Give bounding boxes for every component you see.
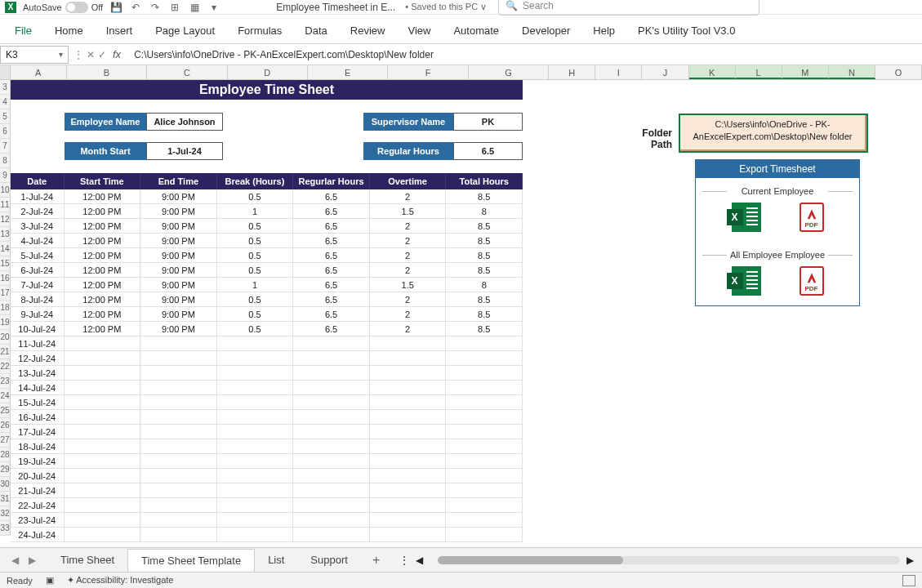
table-cell[interactable]: 1-Jul-24 [11, 189, 65, 204]
column-header-J[interactable]: J [642, 65, 688, 79]
ribbon-tab-review[interactable]: Review [339, 18, 397, 43]
table-cell[interactable]: 0.5 [217, 292, 294, 307]
table-body[interactable]: 1-Jul-2412:00 PM9:00 PM0.56.528.52-Jul-2… [11, 189, 523, 542]
tab-next-icon[interactable]: ▶ [29, 555, 36, 566]
table-cell[interactable]: 6.5 [293, 248, 370, 263]
table-cell[interactable]: 8.5 [446, 263, 523, 278]
table-cell[interactable]: 23-Jul-24 [11, 513, 65, 528]
table-cell[interactable]: 2 [370, 263, 447, 278]
table-row[interactable]: 24-Jul-24 [11, 528, 523, 542]
column-header-O[interactable]: O [875, 65, 922, 79]
table-cell[interactable] [293, 469, 370, 483]
table-cell[interactable]: 11-Jul-24 [11, 336, 65, 351]
table-cell[interactable] [217, 498, 294, 513]
table-cell[interactable]: 6-Jul-24 [11, 263, 65, 278]
table-cell[interactable] [217, 425, 294, 439]
table-cell[interactable] [446, 469, 523, 483]
table-cell[interactable]: 12:00 PM [65, 292, 141, 307]
tab-prev-icon[interactable]: ◀ [11, 555, 19, 566]
table-row[interactable]: 6-Jul-2412:00 PM9:00 PM0.56.528.5 [11, 263, 523, 278]
add-sheet-button[interactable]: + [361, 553, 391, 568]
table-cell[interactable] [446, 381, 523, 395]
row-header-15[interactable]: 15 [0, 256, 11, 271]
table-cell[interactable] [446, 439, 523, 454]
table-row[interactable]: 2-Jul-2412:00 PM9:00 PM16.51.58 [11, 204, 523, 219]
horizontal-scrollbar[interactable] [438, 556, 900, 564]
table-cell[interactable] [65, 513, 141, 528]
table-cell[interactable]: 9:00 PM [140, 263, 217, 278]
sheet-tab-time-sheet[interactable]: Time Sheet [47, 549, 127, 572]
reg-value[interactable]: 6.5 [453, 142, 523, 160]
table-row[interactable]: 19-Jul-24 [11, 454, 523, 469]
table-cell[interactable]: 0.5 [217, 189, 294, 204]
row-header-14[interactable]: 14 [0, 242, 11, 256]
row-header-6[interactable]: 6 [0, 124, 11, 139]
table-cell[interactable] [370, 483, 447, 498]
table-cell[interactable] [217, 366, 294, 381]
table-cell[interactable] [293, 513, 370, 528]
table-cell[interactable] [140, 528, 217, 542]
table-cell[interactable] [65, 425, 141, 439]
table-cell[interactable]: 8-Jul-24 [11, 292, 65, 307]
table-cell[interactable] [65, 498, 141, 513]
table-row[interactable]: 16-Jul-24 [11, 410, 523, 425]
table-cell[interactable] [446, 498, 523, 513]
table-cell[interactable]: 2 [370, 307, 447, 322]
table-cell[interactable] [65, 483, 141, 498]
table-cell[interactable]: 9:00 PM [140, 322, 217, 336]
table-cell[interactable]: 6.5 [293, 189, 370, 204]
customize-qat-icon[interactable]: ▾ [207, 1, 220, 14]
table-cell[interactable] [217, 528, 294, 542]
table-row[interactable]: 11-Jul-24 [11, 336, 523, 351]
table-cell[interactable] [217, 454, 294, 469]
table-cell[interactable] [446, 454, 523, 469]
table-cell[interactable]: 12:00 PM [65, 263, 141, 278]
table-cell[interactable] [140, 366, 217, 381]
table-cell[interactable] [446, 425, 523, 439]
table-cell[interactable]: 8.5 [446, 248, 523, 263]
row-header-23[interactable]: 23 [0, 374, 11, 389]
table-cell[interactable]: 9:00 PM [140, 234, 217, 248]
table-cell[interactable]: 2 [370, 248, 447, 263]
table-cell[interactable] [293, 425, 370, 439]
table-cell[interactable]: 1 [217, 278, 294, 292]
table-cell[interactable] [65, 469, 141, 483]
ribbon-tab-file[interactable]: File [3, 18, 43, 43]
table-cell[interactable] [293, 439, 370, 454]
table-cell[interactable] [370, 336, 447, 351]
table-cell[interactable]: 12:00 PM [65, 307, 141, 322]
table-cell[interactable]: 17-Jul-24 [11, 425, 65, 439]
table-cell[interactable]: 0.5 [217, 234, 294, 248]
table-cell[interactable] [140, 381, 217, 395]
table-cell[interactable] [140, 454, 217, 469]
redo-icon[interactable]: ↷ [149, 1, 162, 14]
table-cell[interactable] [140, 483, 217, 498]
table-cell[interactable] [65, 395, 141, 410]
table-cell[interactable]: 1.5 [370, 204, 447, 219]
column-header-K[interactable]: K [689, 65, 736, 79]
column-header-C[interactable]: C [147, 65, 227, 79]
table-cell[interactable]: 9-Jul-24 [11, 307, 65, 322]
table-cell[interactable]: 9:00 PM [140, 278, 217, 292]
table-row[interactable]: 8-Jul-2412:00 PM9:00 PM0.56.528.5 [11, 292, 523, 307]
export-current-excel-icon[interactable] [732, 203, 761, 232]
search-box[interactable]: 🔍 Search [498, 0, 759, 16]
table-cell[interactable]: 20-Jul-24 [11, 469, 65, 483]
table-cell[interactable]: 9:00 PM [140, 248, 217, 263]
table-cell[interactable]: 18-Jul-24 [11, 439, 65, 454]
ribbon-tab-home[interactable]: Home [43, 18, 95, 43]
select-all-corner[interactable] [0, 65, 11, 79]
grid-area[interactable]: 3456789101112131415161718192021222324252… [0, 80, 922, 558]
table-cell[interactable] [65, 381, 141, 395]
table-cell[interactable] [370, 410, 447, 425]
table-cell[interactable]: 8 [446, 204, 523, 219]
table-cell[interactable] [293, 498, 370, 513]
accessibility-status[interactable]: ✦ Accessibility: Investigate [67, 575, 174, 586]
column-header-F[interactable]: F [388, 65, 468, 79]
autosave-toggle[interactable]: AutoSave Off [23, 2, 103, 13]
table-cell[interactable] [65, 439, 141, 454]
table-cell[interactable] [65, 454, 141, 469]
ribbon-tab-automate[interactable]: Automate [442, 18, 510, 43]
table-cell[interactable] [446, 395, 523, 410]
ribbon-tab-developer[interactable]: Developer [510, 18, 581, 43]
